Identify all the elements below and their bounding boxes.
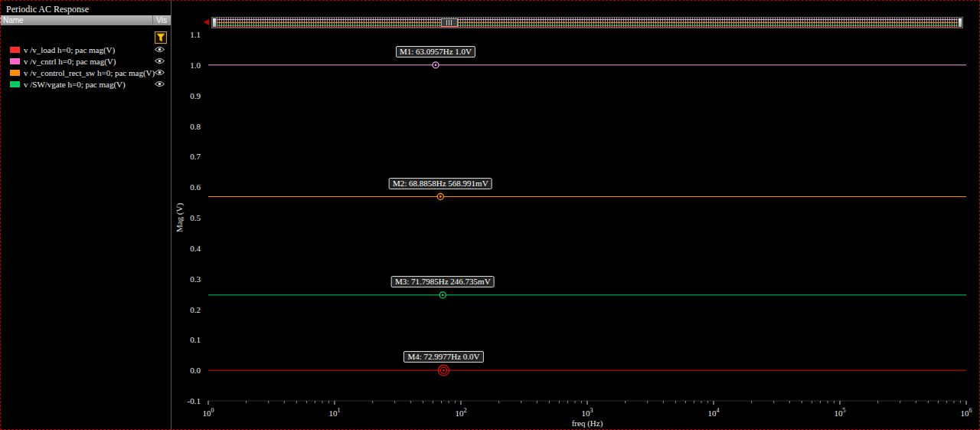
signal-color-swatch <box>10 70 20 76</box>
signal-label: v /v_control_rect_sw h=0; pac mag(V) <box>24 68 155 77</box>
x-tick-label: 106 <box>961 407 972 418</box>
x-tick-label: 104 <box>708 407 720 418</box>
plot-canvas[interactable]: Mag (V) freq (Hz) 1001011021031041051061… <box>172 0 980 430</box>
window-title: Periodic AC Response <box>6 4 89 15</box>
y-tick-label: 0.2 <box>172 305 201 314</box>
x-tick-label: 101 <box>329 407 341 418</box>
column-header-name[interactable]: Name <box>0 16 24 25</box>
x-tick-label: 105 <box>835 407 846 418</box>
signal-row[interactable]: v /SW/vgate h=0; pac mag(V) <box>0 78 171 90</box>
visibility-eye-icon[interactable] <box>155 80 165 87</box>
marker-center-dot <box>443 369 445 372</box>
scrollbar-track[interactable] <box>217 18 958 28</box>
marker-label[interactable]: M4: 72.9977Hz 0.0V <box>403 351 483 363</box>
y-tick-label: 0.8 <box>172 122 201 131</box>
signal-sidebar: Name Vis v /v_load h=0; pac mag(V) v /v_… <box>0 0 172 430</box>
signal-label: v /v_load h=0; pac mag(V) <box>24 45 115 54</box>
marker-label[interactable]: M2: 68.8858Hz 568.991mV <box>389 178 492 189</box>
y-tick-label: 0.6 <box>172 182 201 192</box>
x-tick-label: 102 <box>456 407 467 418</box>
marker-label[interactable]: M1: 63.0957Hz 1.0V <box>396 46 475 57</box>
visibility-eye-icon[interactable] <box>155 69 165 76</box>
visibility-eye-icon[interactable] <box>155 46 165 53</box>
y-tick-label: 0.3 <box>172 274 201 284</box>
y-tick-label: 0.5 <box>172 213 201 222</box>
y-tick-label: 0.7 <box>172 152 201 161</box>
funnel-icon <box>156 33 165 42</box>
signal-color-swatch <box>10 47 20 53</box>
x-tick-label: 100 <box>203 407 214 418</box>
signal-row[interactable]: v /v_load h=0; pac mag(V) <box>0 44 171 55</box>
scrollbar-grip[interactable] <box>441 18 458 27</box>
signal-row[interactable]: v /v_cntrl h=0; pac mag(V) <box>0 55 171 67</box>
marker-center-dot <box>435 64 437 66</box>
y-tick-label: -0.1 <box>172 396 201 405</box>
y-tick-label: 0.4 <box>172 244 201 253</box>
overview-mini-trace <box>217 25 958 26</box>
marker-center-dot <box>439 195 442 198</box>
overview-scrollbar[interactable] <box>211 17 963 28</box>
y-tick-label: 0.0 <box>172 366 201 375</box>
scrollbar-right-handle[interactable] <box>958 18 962 28</box>
signal-label: v /v_cntrl h=0; pac mag(V) <box>24 57 116 66</box>
x-axis-label: freq (Hz) <box>572 419 603 428</box>
signal-label: v /SW/vgate h=0; pac mag(V) <box>24 80 126 89</box>
marker-label[interactable]: M3: 71.7985Hz 246.735mV <box>391 276 495 287</box>
column-header-vis[interactable]: Vis <box>152 15 167 25</box>
waveform-plot[interactable] <box>172 0 980 430</box>
scrollbar-left-handle[interactable] <box>212 18 217 28</box>
filter-button[interactable] <box>155 31 167 44</box>
y-tick-label: 0.1 <box>172 335 201 344</box>
sidebar-column-header[interactable]: Name Vis <box>0 15 171 25</box>
overview-mini-trace <box>217 27 958 28</box>
y-tick-label: 1.1 <box>172 30 201 39</box>
marker-center-dot <box>442 294 444 296</box>
signal-color-swatch <box>10 58 20 64</box>
waveform-viewer-window: Periodic AC Response Name Vis v /v_load … <box>0 0 980 430</box>
signal-list: v /v_load h=0; pac mag(V) v /v_cntrl h=0… <box>0 44 171 90</box>
overview-mini-trace <box>217 19 958 20</box>
visibility-eye-icon[interactable] <box>155 57 165 64</box>
y-tick-label: 1.0 <box>172 61 201 70</box>
y-tick-label: 0.9 <box>172 91 201 100</box>
signal-color-swatch <box>10 81 20 87</box>
x-tick-label: 103 <box>582 407 593 418</box>
signal-row[interactable]: v /v_control_rect_sw h=0; pac mag(V) <box>0 67 171 78</box>
overview-mini-trace <box>217 22 958 23</box>
